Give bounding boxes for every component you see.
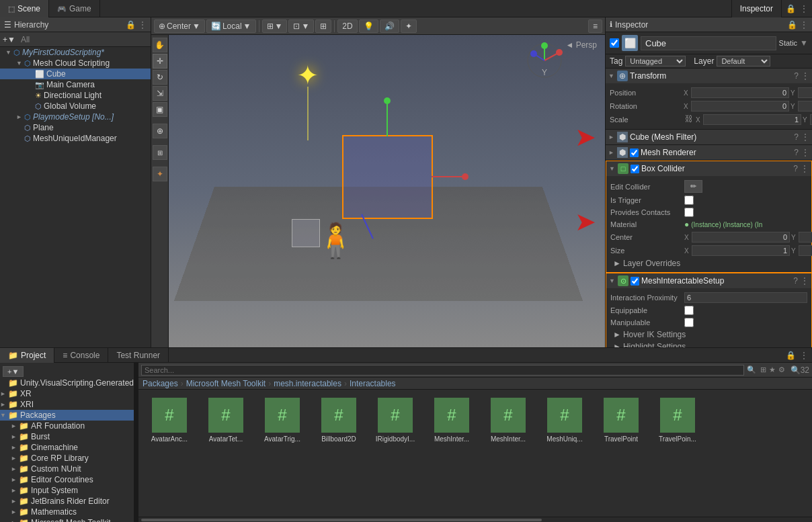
gizmo-btn[interactable]: ⊞ — [315, 19, 331, 33]
pos-y-input[interactable] — [798, 87, 812, 98]
object-name-input[interactable] — [641, 36, 776, 50]
tag-select[interactable]: Untagged — [625, 56, 686, 67]
box-collider-header[interactable]: ▼ □ Box Collider ? ⋮ — [606, 161, 811, 176]
tab-inspector[interactable]: Inspector — [731, 0, 782, 17]
more-options-icon[interactable]: ⋮ — [800, 4, 808, 13]
tab-console[interactable]: ≡ Console — [54, 348, 108, 363]
tree-item[interactable]: ► 📁 Mathematics — [0, 507, 134, 517]
orientation-gizmo[interactable]: Y — [524, 40, 565, 81]
pos-x-input[interactable] — [691, 87, 789, 98]
lock-bottom-icon[interactable]: 🔒 — [786, 351, 796, 360]
transform-header[interactable]: ▼ ⊕ Transform ? ⋮ — [606, 69, 812, 83]
tree-item[interactable]: ► 📁 Cinemachine — [0, 442, 134, 453]
help-mi-icon[interactable]: ? — [793, 276, 798, 286]
rect-tool[interactable]: ▣ — [153, 102, 167, 117]
lock-hierarchy-icon[interactable]: 🔒 — [126, 20, 136, 30]
manipulable-checkbox[interactable] — [684, 318, 694, 327]
tab-project[interactable]: 📁 Project — [0, 348, 54, 363]
lock-insp-icon[interactable]: 🔒 — [787, 20, 797, 30]
tree-item[interactable]: ▼ 📁 Packages — [0, 410, 134, 421]
asset-item[interactable]: # IRigidbodyI... — [368, 394, 422, 445]
rot-y-input[interactable] — [798, 101, 812, 112]
hover-ik-toggle[interactable]: ► Hover IK Settings — [610, 329, 807, 341]
list-item[interactable]: ▼ ⬡ Mesh Cloud Scripting — [0, 58, 151, 69]
add-asset-btn[interactable]: +▼ — [3, 366, 24, 377]
tree-item[interactable]: ► 📁 JetBrains Rider Editor — [0, 496, 134, 507]
list-item[interactable]: ► ⬡ Plane — [0, 122, 151, 133]
asset-item[interactable]: # MeshUniq... — [538, 394, 592, 445]
more-hierarchy-icon[interactable]: ⋮ — [138, 20, 147, 30]
more-mi-icon[interactable]: ⋮ — [801, 276, 809, 286]
scene-viewport[interactable]: ✦ 🧍 — [151, 35, 605, 347]
center-x-input[interactable] — [692, 232, 790, 243]
rotate-tool[interactable]: ↻ — [153, 70, 167, 85]
more-bc-icon[interactable]: ⋮ — [801, 164, 809, 173]
asset-item[interactable]: # AvatarAnc... — [143, 394, 196, 445]
tab-test-runner[interactable]: Test Runner — [108, 348, 169, 363]
list-item[interactable]: ► ⬜ Cube — [0, 69, 151, 79]
tree-item[interactable]: ► 📁 AR Foundation — [0, 421, 134, 431]
star-icon[interactable]: ★ — [769, 365, 776, 374]
asset-item[interactable]: # TravelPoin... — [651, 394, 704, 445]
hand-tool[interactable]: ✋ — [153, 38, 167, 52]
size-y-input[interactable] — [799, 245, 812, 256]
more-bottom-icon[interactable]: ⋮ — [800, 351, 808, 360]
move-tool[interactable]: ✛ — [153, 54, 167, 69]
size-x-input[interactable] — [692, 245, 790, 256]
edit-collider-btn[interactable]: ✏ — [684, 180, 702, 193]
light-btn[interactable]: 💡 — [359, 19, 378, 33]
mesh-interactable-header[interactable]: ▼ ⊙ MeshInteractableSetup ? ⋮ — [606, 273, 811, 288]
mesh-interactable-checkbox[interactable] — [631, 277, 639, 286]
provides-contacts-checkbox[interactable] — [684, 208, 694, 217]
more-mf-icon[interactable]: ⋮ — [801, 132, 809, 142]
2d-btn[interactable]: 2D — [337, 19, 357, 33]
more-mr-icon[interactable]: ⋮ — [801, 148, 809, 157]
list-item[interactable]: ► ⬡ Global Volume — [0, 101, 151, 112]
breadcrumb-interactables[interactable]: Interactables — [350, 379, 396, 388]
layer-overrides-toggle[interactable]: ► Layer Overrides — [610, 257, 807, 269]
list-item[interactable]: ► ☀ Directional Light — [0, 90, 151, 101]
grid-btn[interactable]: ⊞ ▼ — [262, 19, 288, 33]
gear-proj-icon[interactable]: ⚙ — [778, 365, 785, 374]
active-checkbox[interactable] — [610, 38, 619, 48]
add-hier-btn[interactable]: +▼ — [3, 35, 15, 44]
highlight-settings-toggle[interactable]: ► Highlight Settings — [610, 341, 807, 347]
tree-item[interactable]: 📁 Unity.VisualScripting.Generated — [0, 378, 134, 388]
center-btn[interactable]: ⊕ Center ▼ — [154, 19, 205, 33]
static-dropdown-icon[interactable]: ▼ — [800, 38, 808, 48]
asset-item[interactable]: # TravelPoint — [594, 394, 648, 445]
proximity-input[interactable] — [684, 292, 807, 303]
is-trigger-checkbox[interactable] — [684, 195, 694, 205]
breadcrumb-mesh-interactables[interactable]: mesh.interactables — [274, 379, 341, 388]
list-item[interactable]: ▼ ⬡ MyFirstCloudScripting* — [0, 47, 151, 58]
more-comp-icon[interactable]: ⋮ — [801, 71, 809, 81]
help-mr-icon[interactable]: ? — [794, 148, 799, 157]
filter-icon[interactable]: ⊞ — [760, 365, 766, 374]
tab-game[interactable]: 🎮 Game — [49, 0, 100, 17]
tree-item[interactable]: ► 📁 XR — [0, 388, 134, 399]
rot-x-input[interactable] — [691, 101, 789, 112]
breadcrumb-packages[interactable]: Packages — [143, 379, 178, 388]
audio-btn[interactable]: 🔊 — [380, 19, 399, 33]
snap-grid-btn[interactable]: ⊞ — [153, 145, 167, 160]
snap-btn[interactable]: ⊡ ▼ — [288, 19, 314, 33]
lock-icon[interactable]: 🔒 — [786, 4, 796, 13]
project-search-input[interactable] — [141, 365, 744, 376]
scene-extras-btn[interactable]: ≡ — [588, 19, 602, 33]
edit-mode-btn[interactable]: ⊕ — [153, 124, 167, 138]
tree-item[interactable]: ► 📁 Microsoft Mesh Toolkit — [0, 517, 134, 522]
mesh-renderer-checkbox[interactable] — [630, 148, 639, 157]
box-collider-checkbox[interactable] — [631, 165, 639, 173]
list-item[interactable]: ► ⬡ PlaymodeSetup [No...] — [0, 112, 151, 122]
asset-item[interactable]: # MeshInter... — [481, 394, 535, 445]
tree-item[interactable]: ► 📁 Editor Coroutines — [0, 474, 134, 485]
mesh-renderer-header[interactable]: ► ⬢ Mesh Renderer ? ⋮ — [606, 145, 812, 160]
bottom-scrollbar[interactable] — [138, 517, 812, 522]
tab-scene[interactable]: ⬚ Scene — [0, 0, 49, 17]
breadcrumb-mesh-toolkit[interactable]: Microsoft Mesh Toolkit — [186, 379, 266, 388]
fx-btn[interactable]: ✦ — [401, 19, 417, 33]
list-item[interactable]: ► ⬡ MeshUniqueIdManager — [0, 133, 151, 144]
list-item[interactable]: ► 📷 Main Camera — [0, 79, 151, 90]
asset-item[interactable]: # Billboard2D — [312, 394, 366, 445]
help-icon[interactable]: ? — [794, 71, 799, 81]
